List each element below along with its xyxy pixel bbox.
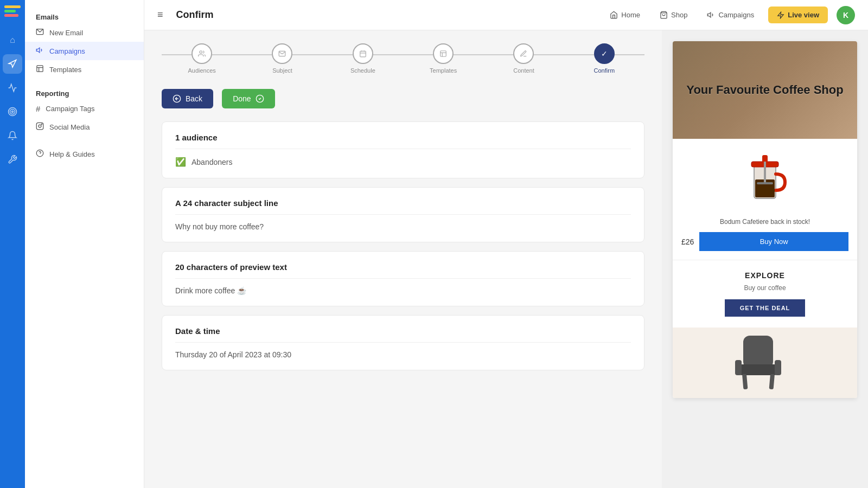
home-link[interactable]: Home (604, 8, 646, 22)
preview-summary: 20 characters of preview text Drink more… (162, 251, 644, 306)
live-view-button[interactable]: Live view (768, 7, 828, 23)
svg-rect-32 (757, 182, 773, 184)
email-preview-panel: Your Favourite Coffee Shop (662, 30, 868, 488)
megaphone-rail-icon[interactable] (3, 54, 22, 74)
svg-marker-14 (708, 12, 711, 17)
bell-rail-icon[interactable] (3, 126, 22, 145)
svg-marker-15 (778, 12, 784, 18)
stepper: Audiences Subject Schedule (162, 43, 644, 74)
svg-rect-33 (743, 336, 773, 368)
new-email-label: New Email (49, 29, 83, 37)
reporting-section-label: Reporting (25, 85, 144, 100)
subject-summary: A 24 character subject line Why not buy … (162, 187, 644, 242)
email-product-section: Bodum Cafetiere back in stock! £26 Buy N… (673, 139, 857, 260)
check-circle-icon: ✅ (175, 157, 186, 167)
topnav: ≡ Confirm Home Shop Campaigns Live view … (144, 0, 868, 30)
main-content: ≡ Confirm Home Shop Campaigns Live view … (144, 0, 868, 488)
email-hero-title: Your Favourite Coffee Shop (678, 83, 852, 97)
get-deal-button[interactable]: GET THE DEAL (725, 299, 806, 317)
templates-icon (36, 65, 44, 74)
stepper-templates[interactable]: Templates (403, 43, 483, 74)
home-icon (610, 11, 618, 19)
subject-value: Why not buy more coffee? (175, 222, 631, 231)
sidebar-item-new-email[interactable]: New Email (25, 23, 144, 42)
back-arrow-icon (173, 94, 181, 103)
campaigns-nav-icon (707, 11, 715, 19)
svg-point-16 (200, 51, 202, 54)
page-title: Confirm (176, 9, 214, 21)
done-check-icon (256, 94, 264, 103)
svg-point-10 (41, 124, 42, 124)
hamburger-menu[interactable]: ≡ (157, 9, 163, 21)
datetime-summary: Date & time Thursday 20 of April 2023 at… (162, 315, 644, 370)
back-button[interactable]: Back (162, 89, 213, 108)
audience-title: 1 audience (175, 133, 631, 149)
analytics-rail-icon[interactable] (3, 78, 22, 98)
preview-title: 20 characters of preview text (175, 262, 631, 279)
svg-marker-4 (36, 48, 40, 53)
preview-value: Drink more coffee ☕ (175, 286, 631, 295)
email-preview: Your Favourite Coffee Shop (673, 41, 857, 398)
email-price: £26 (681, 237, 694, 246)
social-icon (36, 122, 44, 132)
svg-rect-38 (775, 360, 781, 375)
svg-rect-37 (735, 360, 742, 375)
action-buttons: Back Done (162, 89, 644, 108)
social-media-label: Social Media (49, 123, 90, 131)
svg-rect-35 (742, 374, 748, 390)
svg-rect-17 (360, 51, 366, 57)
campaigns-icon (36, 46, 44, 56)
sidebar-item-social-media[interactable]: Social Media (25, 118, 144, 136)
datetime-value: Thursday 20 of April 2023 at 09:30 (175, 350, 631, 359)
svg-point-9 (39, 125, 41, 127)
help-icon (36, 149, 44, 159)
shop-icon (660, 11, 668, 19)
templates-label: Templates (49, 66, 81, 74)
email-product-name: Bodum Cafetiere back in stock! (681, 218, 848, 226)
sidebar-item-help[interactable]: Help & Guides (25, 145, 144, 163)
svg-rect-34 (738, 364, 778, 375)
home-rail-icon[interactable]: ⌂ (3, 30, 22, 50)
email-price-row: £26 Buy Now (681, 232, 848, 251)
stepper-audiences[interactable]: Audiences (162, 43, 242, 74)
svg-rect-21 (441, 51, 446, 57)
app-logo (4, 5, 21, 22)
hashtag-icon: # (36, 104, 40, 113)
lightning-icon (777, 11, 784, 19)
datetime-title: Date & time (175, 326, 631, 343)
email-hero: Your Favourite Coffee Shop (673, 41, 857, 139)
email-explore-section: EXPLORE Buy our coffee GET THE DEAL (673, 260, 857, 328)
svg-point-1 (10, 110, 15, 114)
audience-summary: 1 audience ✅ Abandoners (162, 121, 644, 178)
done-button[interactable]: Done (222, 89, 275, 108)
stepper-content[interactable]: Content (483, 43, 564, 74)
sidebar-item-campaign-tags[interactable]: # Campaign Tags (25, 100, 144, 118)
explore-title: EXPLORE (681, 271, 848, 280)
svg-rect-5 (37, 66, 43, 72)
sidebar: Emails New Email Campaigns Templates Rep… (25, 0, 144, 488)
stepper-subject[interactable]: Subject (242, 43, 322, 74)
emails-section-label: Emails (25, 9, 144, 23)
email-buy-button[interactable]: Buy Now (699, 232, 848, 251)
content-area: Audiences Subject Schedule (144, 30, 868, 488)
campaigns-label: Campaigns (49, 47, 85, 55)
sidebar-item-templates[interactable]: Templates (25, 60, 144, 79)
svg-rect-31 (764, 162, 766, 183)
email-hero-bg: Your Favourite Coffee Shop (673, 41, 857, 139)
target-rail-icon[interactable] (3, 102, 22, 121)
campaign-tags-label: Campaign Tags (46, 105, 94, 113)
email-icon (36, 28, 44, 37)
sidebar-item-campaigns[interactable]: Campaigns (25, 42, 144, 60)
stepper-confirm[interactable]: ✓ Confirm (564, 43, 644, 74)
svg-point-2 (12, 111, 14, 113)
coffee-press-image (741, 150, 789, 209)
user-avatar[interactable]: K (837, 6, 855, 24)
svg-rect-8 (36, 123, 43, 130)
help-guides-label: Help & Guides (49, 150, 95, 158)
left-panel: Audiences Subject Schedule (144, 30, 662, 488)
svg-rect-36 (769, 374, 775, 390)
shop-link[interactable]: Shop (654, 8, 693, 22)
campaigns-link[interactable]: Campaigns (701, 8, 760, 22)
wrench-rail-icon[interactable] (3, 150, 22, 169)
stepper-schedule[interactable]: Schedule (323, 43, 403, 74)
